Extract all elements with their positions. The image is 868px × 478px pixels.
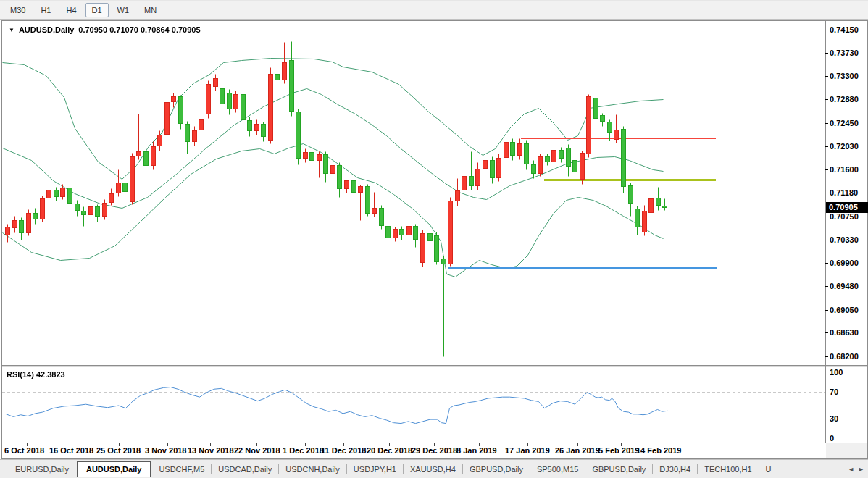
date-tick-label: 3 Nov 2018	[145, 446, 186, 455]
date-tick-label: 22 Nov 2018	[234, 446, 280, 455]
date-tick-label: 11 Dec 2018	[321, 446, 366, 455]
scroll-left-icon[interactable]: ◄	[848, 466, 854, 473]
date-tick-label: 16 Oct 2018	[49, 446, 93, 455]
date-tick-mark	[389, 443, 390, 446]
tab-eurusd-daily[interactable]: EURUSD,Daily	[9, 461, 75, 478]
date-tick-mark	[434, 443, 435, 446]
date-tick-label: 8 Jan 2019	[456, 446, 497, 455]
tab-usdjpy-h1[interactable]: USDJPY,H1	[347, 461, 403, 478]
tab-gbpusd-daily[interactable]: GBPUSD,Daily	[463, 461, 530, 478]
date-tick-mark	[167, 443, 168, 446]
rsi-tick-label: 30	[830, 414, 867, 423]
date-tick-mark	[527, 443, 528, 446]
tab-usdcnh-daily[interactable]: USDCNH,Daily	[279, 461, 346, 478]
rsi-tick-label: 70	[830, 387, 867, 396]
date-tick-mark	[72, 443, 72, 446]
scroll-right-icon[interactable]: ►	[858, 466, 864, 473]
date-tick-label: 20 Dec 2018	[367, 446, 412, 455]
price-tick-label: 0.70330	[830, 235, 867, 244]
timeframe-button-mn[interactable]: MN	[138, 3, 163, 17]
date-tick-mark	[479, 443, 480, 446]
chart-tab-bar: EURUSD,DailyAUDUSD,DailyUSDCHF,M5USDCAD,…	[0, 459, 868, 478]
date-tick-label: 13 Nov 2018	[188, 446, 234, 455]
chart-window: ▼ AUDUSD,Daily 0.70950 0.71070 0.70864 0…	[1, 20, 868, 459]
date-tick-mark	[343, 443, 344, 446]
date-tick-label: 17 Jan 2019	[505, 446, 550, 455]
timeframe-toolbar: M30H1H4D1W1MN	[0, 0, 868, 20]
pane-separator[interactable]	[2, 365, 867, 366]
date-tick-mark	[621, 443, 622, 446]
price-tick-label: 0.69480	[830, 282, 867, 290]
date-tick-mark	[210, 443, 211, 446]
tab-tech100-h1[interactable]: TECH100,H1	[698, 461, 758, 478]
toolbar-separator	[172, 4, 172, 17]
price-axis-line	[825, 21, 826, 443]
price-tick-label: 0.72450	[830, 119, 867, 127]
date-tick-label: 14 Feb 2019	[636, 446, 681, 455]
date-tick-mark	[577, 443, 578, 446]
price-tick-label: 0.68630	[830, 328, 867, 337]
date-tick-mark	[256, 443, 257, 446]
date-tick-mark	[27, 443, 28, 446]
chart-header: ▼ AUDUSD,Daily 0.70950 0.71070 0.70864 0…	[9, 25, 201, 34]
price-tick-label: 0.72880	[830, 95, 867, 104]
axis-corner	[826, 443, 867, 458]
current-price-label: 0.70905	[826, 202, 868, 213]
price-chart-canvas[interactable]	[2, 21, 825, 365]
pane-separator-highlight	[2, 366, 867, 367]
price-tick-label: 0.74150	[830, 25, 867, 34]
price-tick-label: 0.71600	[830, 165, 867, 174]
tab-u[interactable]: U	[759, 461, 778, 478]
timeframe-button-m30[interactable]: M30	[4, 3, 32, 17]
price-tick-label: 0.69900	[830, 259, 867, 267]
chart-ohlc-values: 0.70950 0.71070 0.70864 0.70905	[78, 25, 200, 34]
rsi-chart-canvas[interactable]	[2, 367, 825, 443]
timeframe-button-d1[interactable]: D1	[85, 3, 109, 17]
timeframe-button-h1[interactable]: H1	[34, 3, 57, 17]
price-tick-label: 0.73300	[830, 72, 867, 80]
price-tick-label: 0.71180	[830, 188, 867, 197]
date-tick-mark	[659, 443, 659, 446]
tab-sp500-m15[interactable]: SP500,M15	[530, 461, 585, 478]
tab-xauusd-h4[interactable]: XAUUSD,H4	[404, 461, 462, 478]
date-tick-mark	[119, 443, 120, 446]
date-tick-label: 5 Feb 2019	[598, 446, 639, 455]
mt4-terminal: { "toolbar": { "timeframes": ["M30", "H1…	[0, 0, 868, 478]
timeframe-button-w1[interactable]: W1	[111, 3, 136, 17]
date-tick-label: 1 Dec 2018	[283, 446, 324, 455]
rsi-indicator-label: RSI(14) 42.3823	[7, 370, 65, 379]
date-tick-label: 29 Dec 2018	[412, 446, 457, 455]
date-tick-mark	[305, 443, 306, 446]
tab-usdcad-daily[interactable]: USDCAD,Daily	[212, 461, 278, 478]
date-axis[interactable]: 6 Oct 201816 Oct 201825 Oct 20183 Nov 20…	[2, 443, 825, 458]
price-tick-label: 0.70750	[830, 212, 867, 221]
price-tick-label: 0.72030	[830, 142, 867, 151]
chart-symbol-label: AUDUSD,Daily	[19, 25, 74, 34]
tab-usdchf-m5[interactable]: USDCHF,M5	[152, 461, 211, 478]
price-tick-label: 0.69050	[830, 306, 867, 314]
tab-dj30-h4[interactable]: DJ30,H4	[653, 461, 697, 478]
price-tick-label: 0.73730	[830, 49, 867, 57]
tab-audusd-daily[interactable]: AUDUSD,Daily	[77, 461, 151, 477]
date-tick-label: 25 Oct 2018	[96, 446, 141, 455]
rsi-tick-label: 100	[830, 368, 867, 377]
timeframe-button-h4[interactable]: H4	[59, 3, 83, 17]
tab-gbpusd-daily[interactable]: GBPUSD,Daily	[585, 461, 652, 478]
price-tick-label: 0.68200	[830, 352, 867, 361]
tab-scroll-arrows: ◄ ►	[848, 466, 868, 473]
rsi-tick-label: 0	[830, 434, 867, 443]
chevron-down-icon[interactable]: ▼	[9, 27, 14, 33]
date-tick-label: 26 Jan 2019	[555, 446, 600, 455]
date-tick-label: 6 Oct 2018	[4, 446, 44, 455]
